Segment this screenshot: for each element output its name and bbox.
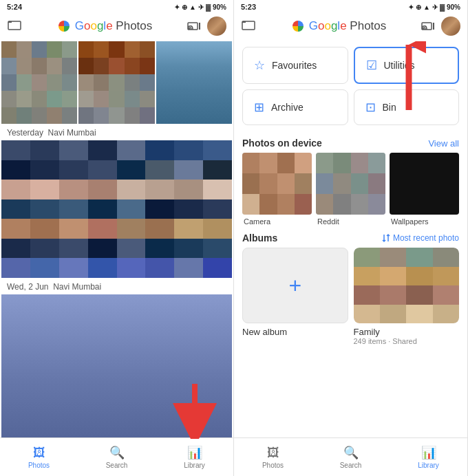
right-status-bar: 5:23 ✦ ⊕ ▲ ✈ ▓ 90% — [234, 0, 467, 12]
r-nav-photos[interactable]: 🖼 Photos — [234, 438, 312, 476]
left-status-icons: ✦ ⊕ ▲ ✈ ▓ 90% — [174, 3, 226, 11]
right-avatar[interactable] — [441, 17, 460, 36]
bin-label: Bin — [383, 102, 396, 113]
camera-album[interactable]: Camera — [242, 153, 312, 226]
right-logo: Google Photos — [290, 19, 387, 34]
library-content: ☆ Favourites ☑ Utilities ⊞ Archive ⊡ Bin — [234, 41, 467, 437]
most-recent-link[interactable]: Most recent photo — [381, 233, 459, 243]
view-all-link[interactable]: View all — [428, 138, 459, 149]
nav-photos[interactable]: 🖼 Photos — [0, 438, 78, 476]
archive-label: Archive — [271, 102, 304, 113]
left-bottom-nav: 🖼 Photos 🔍 Search 📊 Library — [0, 437, 233, 476]
signal-icon: ✦ — [174, 3, 180, 11]
r-battery-icon: ▓ 90% — [440, 3, 460, 11]
right-cast-icon[interactable] — [421, 19, 436, 34]
star-icon: ☆ — [254, 58, 265, 73]
search-nav-icon: 🔍 — [109, 445, 125, 460]
photos-grid: Yesterday Navi Mumbai Wed, 2 Jun Navi Mu… — [0, 41, 233, 437]
right-time: 5:23 — [241, 3, 256, 11]
r-nav-search[interactable]: 🔍 Search — [312, 438, 390, 476]
airplane-icon: ✈ — [198, 3, 204, 11]
family-album-card[interactable]: Family 249 items · Shared — [354, 248, 460, 345]
most-recent-label: Most recent photo — [393, 233, 459, 243]
family-label: Family — [354, 327, 460, 337]
r-signal-icon: ✦ — [408, 3, 414, 11]
large-photo-1[interactable] — [1, 140, 232, 278]
r-airplane-icon: ✈ — [432, 3, 438, 11]
left-avatar[interactable] — [207, 17, 226, 36]
wallpapers-thumb — [390, 153, 459, 215]
plus-icon: + — [288, 273, 301, 299]
r-photos-nav-label: Photos — [262, 462, 284, 469]
left-logo-text: Google Photos — [75, 19, 153, 33]
svg-rect-1 — [8, 21, 12, 23]
device-photos-header: Photos on device View all — [234, 131, 467, 153]
r-search-nav-label: Search — [340, 462, 362, 469]
archive-icon: ⊞ — [254, 100, 264, 115]
albums-label: Albums — [242, 232, 277, 244]
utilities-card[interactable]: ☑ Utilities — [354, 47, 460, 84]
photo-row-top — [0, 41, 233, 124]
right-top-icons — [421, 17, 460, 36]
nav-search[interactable]: 🔍 Search — [78, 438, 156, 476]
sort-icon — [381, 233, 391, 243]
r-library-nav-label: Library — [418, 462, 439, 469]
left-time: 5:24 — [7, 3, 22, 11]
bin-icon: ⊡ — [365, 100, 376, 115]
albums-grid: + New album Family 249 items · Shared — [234, 248, 467, 354]
favourites-label: Favourites — [272, 60, 317, 71]
photos-on-device-label: Photos on device — [242, 138, 322, 149]
camera-label: Camera — [242, 217, 312, 226]
photos-nav-icon: 🖼 — [33, 446, 45, 460]
reddit-album[interactable]: Reddit — [316, 153, 385, 226]
wallpapers-album[interactable]: Wallpapers — [390, 153, 459, 226]
search-nav-label: Search — [106, 462, 128, 469]
library-nav-icon: 📊 — [187, 445, 202, 460]
left-top-icons — [187, 17, 226, 36]
right-screen: 5:23 ✦ ⊕ ▲ ✈ ▓ 90% Google Photos — [234, 0, 468, 476]
battery-icon: ▓ 90% — [206, 3, 226, 11]
r-wifi-icon: ▲ — [423, 3, 430, 11]
reddit-label: Reddit — [316, 217, 385, 226]
library-nav-label: Library — [184, 462, 205, 469]
right-status-icons: ✦ ⊕ ▲ ✈ ▓ 90% — [408, 3, 460, 11]
family-album-thumb — [354, 248, 460, 323]
util-grid: ☆ Favourites ☑ Utilities ⊞ Archive ⊡ Bin — [234, 41, 467, 131]
right-top-bar: Google Photos — [234, 12, 467, 41]
photo-thumb-3[interactable] — [156, 41, 232, 124]
new-album-label: New album — [242, 327, 348, 337]
new-album-card[interactable]: + New album — [242, 248, 348, 345]
photo-thumb-1[interactable] — [1, 41, 77, 124]
left-menu-icon[interactable] — [7, 19, 22, 34]
right-menu-icon[interactable] — [241, 19, 256, 34]
left-status-bar: 5:24 ✦ ⊕ ▲ ✈ ▓ 90% — [0, 0, 233, 12]
reddit-thumb — [316, 153, 385, 215]
left-top-bar: Google Photos — [0, 12, 233, 41]
archive-card[interactable]: ⊞ Archive — [242, 89, 348, 125]
photos-nav-label: Photos — [28, 462, 50, 469]
left-cast-icon[interactable] — [187, 19, 202, 34]
left-logo: Google Photos — [56, 19, 153, 34]
albums-header: Albums Most recent photo — [234, 226, 467, 248]
favourites-card[interactable]: ☆ Favourites — [242, 47, 348, 84]
utilities-label: Utilities — [384, 60, 415, 71]
camera-thumb — [242, 153, 312, 215]
r-nav-library[interactable]: 📊 Library — [390, 438, 467, 476]
wifi-icon: ▲ — [189, 3, 196, 11]
r-library-nav-icon: 📊 — [421, 445, 436, 460]
location-icon: ⊕ — [182, 3, 187, 11]
device-photos-row: Camera Reddit Wallpapers — [234, 153, 467, 226]
right-bottom-nav: 🖼 Photos 🔍 Search 📊 Library — [234, 437, 467, 476]
family-meta: 249 items · Shared — [354, 337, 460, 345]
r-search-nav-icon: 🔍 — [343, 445, 359, 460]
checkbox-icon: ☑ — [366, 58, 377, 73]
date-label-1: Yesterday Navi Mumbai — [0, 124, 233, 140]
bin-card[interactable]: ⊡ Bin — [354, 89, 460, 125]
nav-library[interactable]: 📊 Library — [156, 438, 233, 476]
r-location-icon: ⊕ — [416, 3, 421, 11]
right-logo-text: Google Photos — [309, 19, 387, 33]
wallpapers-label: Wallpapers — [390, 217, 459, 226]
new-album-thumb: + — [242, 248, 348, 323]
photo-thumb-2[interactable] — [78, 41, 154, 124]
left-screen: 5:24 ✦ ⊕ ▲ ✈ ▓ 90% Google Photos — [0, 0, 234, 476]
